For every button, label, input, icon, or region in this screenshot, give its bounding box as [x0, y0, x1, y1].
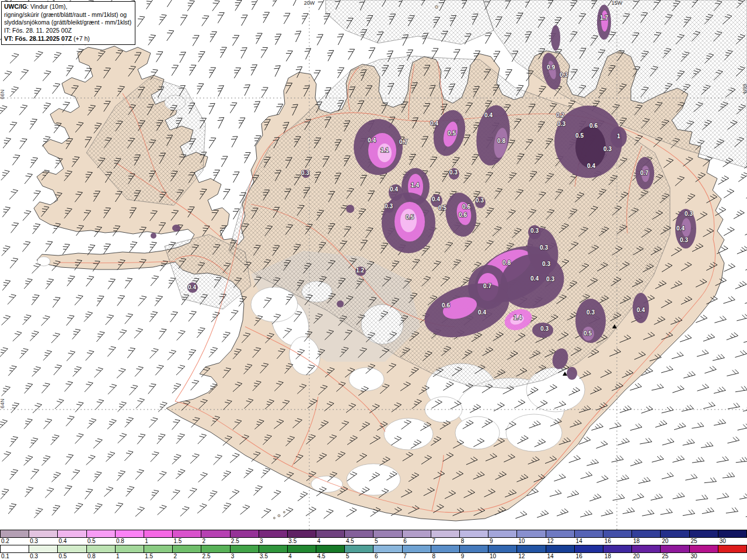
graticule-label-top: 20W [304, 0, 315, 6]
legend-tick-label: 20 [661, 538, 668, 544]
legend-tick-label: 7 [402, 553, 407, 559]
legend-tick-label: 5 [374, 538, 378, 544]
legend-tick-label: 10 [517, 538, 525, 544]
legend-cell [460, 530, 488, 537]
precip-value-label: 0.6 [459, 212, 467, 218]
legend-cell [144, 545, 173, 552]
precip-value-label: 0.4 [637, 307, 645, 313]
precip-value-label: 0.5 [406, 214, 414, 220]
legend-tick-label: 1 [144, 538, 148, 544]
precip-value-label: 0.6 [589, 123, 598, 129]
legend-tick-label: 0.8 [86, 553, 96, 559]
legend-tick-label: 25 [661, 553, 668, 559]
legend-tick-label: 0.8 [115, 538, 124, 544]
legend-cell [488, 545, 517, 552]
legend-cell [87, 530, 116, 537]
precip-value-label: 0.5 [584, 330, 592, 337]
precip-value-label: 1.4 [411, 182, 419, 188]
precip-value-label: 0.3 [385, 203, 393, 209]
precip-value-label: 0.6 [442, 302, 450, 309]
precip-blob [400, 209, 417, 232]
legend-tick-label: 3 [230, 553, 235, 559]
small-island [284, 512, 285, 513]
precip-blob [151, 233, 156, 239]
precip-value-label: 0.3 [301, 170, 309, 176]
legend-cell [259, 530, 288, 537]
legend-cell [0, 530, 29, 537]
precip-value-label: 0.3 [685, 211, 693, 217]
legend-cell [403, 530, 431, 537]
info-line-rain: rigning/skúrir (grænt/blátt/rautt - mm/1… [4, 11, 131, 19]
legend-cell [718, 530, 747, 537]
legend-tick-label: 3.5 [259, 553, 268, 559]
legend-bar-rain [0, 545, 747, 553]
legend-cell [575, 530, 603, 537]
info-line-init-time: IT: Fös. 28. 11. 2025 00Z [4, 27, 131, 35]
precip-value-label: 1 [617, 133, 620, 139]
legend-cell [603, 545, 632, 552]
legend-cell [345, 530, 374, 537]
legend-cell [231, 545, 259, 552]
legend-bar-sleet-snow [0, 530, 747, 538]
legend-tick-label: 0.5 [86, 538, 96, 544]
legend-tick-label: 12 [546, 538, 553, 544]
legend-cell [431, 545, 460, 552]
precip-value-label: 0.4 [676, 225, 685, 232]
legend-tick-label: 0.2 [0, 538, 9, 544]
precip-value-label: 0.5 [575, 132, 584, 139]
map-canvas: 1.70.90.30.20.30.60.510.30.40.41.10.70.4… [0, 0, 747, 530]
legend-cell [488, 530, 517, 537]
legend-tick-label: 2 [172, 553, 177, 559]
legend-tick-label: 2.5 [201, 553, 211, 559]
legend-cell [173, 545, 201, 552]
precip-value-label: 0.3 [680, 237, 688, 243]
legend-tick-label: 4 [287, 553, 292, 559]
legend-cell [29, 530, 58, 537]
legend-cell [201, 530, 230, 537]
legend-tick-label: 0.5 [57, 553, 67, 559]
legend-tick-label: 4.5 [316, 553, 326, 559]
legend-tick-label: 18 [632, 538, 640, 544]
small-island [435, 6, 438, 9]
precip-value-label: 0.3 [603, 146, 612, 152]
legend-cell [431, 530, 460, 537]
legend-tick-label: 1.5 [172, 538, 181, 544]
legend-tick-label: 1.5 [144, 553, 153, 559]
legend-cell [546, 545, 575, 552]
legend-tick-label: 0.3 [29, 553, 38, 559]
precip-value-label: 0.3 [540, 326, 549, 332]
legend-cell [316, 530, 345, 537]
precip-value-label: 1.4 [514, 314, 522, 321]
weather-map: 1.70.90.30.20.30.60.510.30.40.41.10.70.4… [0, 0, 747, 530]
legend-cell [0, 545, 29, 552]
legend-cell [603, 530, 632, 537]
legend-tick-label: 9 [488, 538, 493, 544]
small-island [278, 514, 280, 517]
legend: 0.20.30.40.50.811.522.533.544.5567891012… [0, 530, 747, 560]
legend-tick-label: 14 [546, 553, 553, 559]
legend-cell [690, 530, 718, 537]
legend-tick-label: 14 [575, 538, 582, 544]
legend-cell [58, 545, 86, 552]
precip-value-label: 0.3 [557, 121, 566, 127]
glacier [349, 368, 384, 391]
precip-value-label: 0.4 [484, 112, 493, 118]
legend-tick-label: 2.5 [230, 538, 239, 544]
glacier [311, 476, 343, 492]
legend-cell [632, 545, 661, 552]
precip-blob [551, 25, 560, 51]
legend-cell [58, 530, 86, 537]
legend-tick-label: 6 [374, 553, 378, 559]
legend-cell [517, 530, 546, 537]
legend-cell [288, 530, 316, 537]
info-line-valid-time: VT: Fös. 28.11.2025 07Z (+7 h) [4, 35, 131, 43]
legend-cell [231, 530, 259, 537]
legend-cell [403, 545, 431, 552]
legend-cell [460, 545, 488, 552]
precip-value-label: 1.2 [356, 267, 364, 274]
legend-cell [144, 530, 173, 537]
legend-tick-label: 0.1 [0, 553, 9, 559]
precip-value-label: 0.8 [497, 138, 505, 144]
legend-tick-label: 8 [431, 553, 435, 559]
precip-blob [172, 225, 180, 232]
